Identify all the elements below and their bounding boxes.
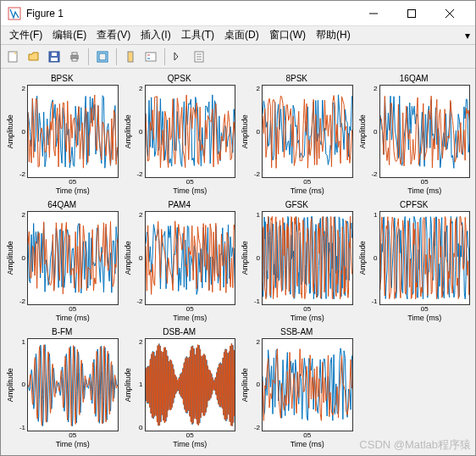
plot-title: CPFSK — [400, 200, 428, 211]
y-axis-label: Amplitude — [6, 211, 15, 304]
window-title: Figure 1 — [26, 8, 354, 19]
plot-title: DSB-AM — [163, 327, 196, 338]
axes-box[interactable] — [262, 211, 353, 304]
menu-insert[interactable]: 插入(I) — [136, 26, 175, 44]
insert-colorbar-button[interactable] — [121, 47, 140, 66]
figure-canvas[interactable]: BPSKAmplitude20-205Time (ms)QPSKAmplitud… — [1, 69, 475, 455]
axes-box[interactable] — [27, 85, 119, 178]
x-axis-label: Time (ms) — [152, 440, 207, 450]
open-button[interactable] — [25, 47, 43, 66]
link-button[interactable] — [93, 47, 112, 66]
plot-title: SSB-AM — [280, 327, 313, 338]
app-icon — [8, 7, 21, 20]
insert-legend-button[interactable] — [141, 47, 160, 66]
subplot-gfsk[interactable]: GFSKAmplitude10-105Time (ms) — [241, 200, 353, 323]
title-bar[interactable]: Figure 1 — [1, 1, 475, 26]
x-axis-ticks: 05 — [400, 178, 429, 186]
x-axis-label: Time (ms) — [35, 186, 90, 197]
y-axis-ticks: 20-2 — [133, 211, 145, 304]
edit-plot-button[interactable] — [169, 47, 188, 66]
y-axis-label: Amplitude — [124, 211, 133, 304]
menu-edit[interactable]: 编辑(E) — [47, 26, 91, 44]
y-axis-ticks: 210 — [133, 338, 145, 431]
x-axis-ticks: 05 — [47, 431, 76, 440]
axes-box[interactable] — [145, 338, 236, 431]
x-axis-label: Time (ms) — [269, 314, 324, 324]
axes-box[interactable] — [262, 85, 353, 178]
toolbar — [1, 45, 475, 69]
svg-rect-11 — [72, 58, 77, 61]
axes-box[interactable] — [379, 85, 471, 178]
axes-box[interactable] — [145, 85, 236, 178]
new-figure-button[interactable] — [4, 47, 23, 66]
subplot-dsb-am[interactable]: DSB-AMAmplitude21005Time (ms) — [124, 327, 236, 450]
subplot-b-fm[interactable]: B-FMAmplitude10-105Time (ms) — [6, 327, 119, 450]
menu-view[interactable]: 查看(V) — [91, 26, 136, 44]
maximize-button[interactable] — [392, 2, 430, 25]
figure-window: Figure 1 文件(F) 编辑(E) 查看(V) 插入(I) 工具(T) 桌… — [0, 0, 476, 456]
toolbar-separator — [88, 48, 89, 65]
subplot-16qam[interactable]: 16QAMAmplitude20-205Time (ms) — [358, 74, 471, 197]
minimize-button[interactable] — [354, 2, 392, 25]
subplot-cpfsk[interactable]: CPFSKAmplitude10-105Time (ms) — [358, 200, 471, 323]
y-axis-label: Amplitude — [358, 211, 368, 304]
menu-tools[interactable]: 工具(T) — [176, 26, 219, 44]
y-axis-ticks: 20-2 — [250, 338, 262, 431]
axes-box[interactable] — [27, 338, 119, 431]
y-axis-label: Amplitude — [124, 338, 133, 431]
print-button[interactable] — [65, 47, 84, 66]
y-axis-ticks: 10-1 — [368, 211, 379, 304]
y-axis-label: Amplitude — [241, 211, 250, 304]
x-axis-label: Time (ms) — [152, 314, 207, 324]
subplot-qpsk[interactable]: QPSKAmplitude20-205Time (ms) — [124, 74, 236, 197]
x-axis-ticks: 05 — [282, 431, 311, 440]
svg-rect-13 — [99, 53, 106, 60]
x-axis-label: Time (ms) — [269, 440, 324, 450]
y-axis-label: Amplitude — [241, 338, 250, 431]
close-button[interactable] — [430, 2, 468, 25]
subplot-ssb-am[interactable]: SSB-AMAmplitude20-205Time (ms) — [241, 327, 353, 450]
y-axis-ticks: 20-2 — [250, 85, 262, 178]
x-axis-ticks: 05 — [47, 305, 76, 314]
x-axis-label: Time (ms) — [35, 440, 90, 450]
toolbar-separator — [164, 48, 165, 65]
y-axis-ticks: 20-2 — [133, 85, 145, 178]
open-property-inspector-button[interactable] — [190, 47, 208, 66]
svg-rect-10 — [72, 53, 77, 55]
axes-box[interactable] — [379, 211, 471, 304]
x-axis-label: Time (ms) — [386, 314, 441, 324]
menu-file[interactable]: 文件(F) — [4, 26, 47, 44]
x-axis-ticks: 05 — [165, 305, 194, 314]
menu-bar: 文件(F) 编辑(E) 查看(V) 插入(I) 工具(T) 桌面(D) 窗口(W… — [1, 26, 475, 45]
plot-title: 8PSK — [285, 74, 307, 85]
menu-expand-icon[interactable]: ▾ — [465, 30, 470, 42]
plot-title: QPSK — [168, 74, 191, 85]
x-axis-ticks: 05 — [282, 178, 311, 186]
y-axis-ticks: 10-1 — [15, 338, 27, 431]
y-axis-label: Amplitude — [6, 338, 15, 431]
axes-box[interactable] — [145, 211, 236, 304]
axes-box[interactable] — [27, 211, 119, 304]
svg-rect-14 — [128, 52, 133, 62]
toolbar-separator — [116, 48, 117, 65]
plot-title: 16QAM — [400, 74, 429, 85]
x-axis-ticks: 05 — [47, 178, 76, 186]
x-axis-label: Time (ms) — [269, 186, 324, 197]
y-axis-label: Amplitude — [6, 85, 15, 178]
save-button[interactable] — [45, 47, 64, 66]
y-axis-label: Amplitude — [241, 85, 250, 178]
subplot-bpsk[interactable]: BPSKAmplitude20-205Time (ms) — [6, 74, 119, 197]
subplot-8psk[interactable]: 8PSKAmplitude20-205Time (ms) — [241, 74, 353, 197]
menu-window[interactable]: 窗口(W) — [264, 26, 311, 44]
menu-help[interactable]: 帮助(H) — [311, 26, 356, 44]
y-axis-label: Amplitude — [124, 85, 133, 178]
menu-desktop[interactable]: 桌面(D) — [219, 26, 264, 44]
y-axis-ticks: 20-2 — [15, 211, 27, 304]
svg-rect-8 — [52, 53, 57, 56]
y-axis-ticks: 20-2 — [368, 85, 379, 178]
subplot-pam4[interactable]: PAM4Amplitude20-205Time (ms) — [124, 200, 236, 323]
y-axis-ticks: 10-1 — [250, 211, 262, 304]
axes-box[interactable] — [262, 338, 353, 431]
subplot-64qam[interactable]: 64QAMAmplitude20-205Time (ms) — [6, 200, 119, 323]
y-axis-ticks: 20-2 — [15, 85, 27, 178]
